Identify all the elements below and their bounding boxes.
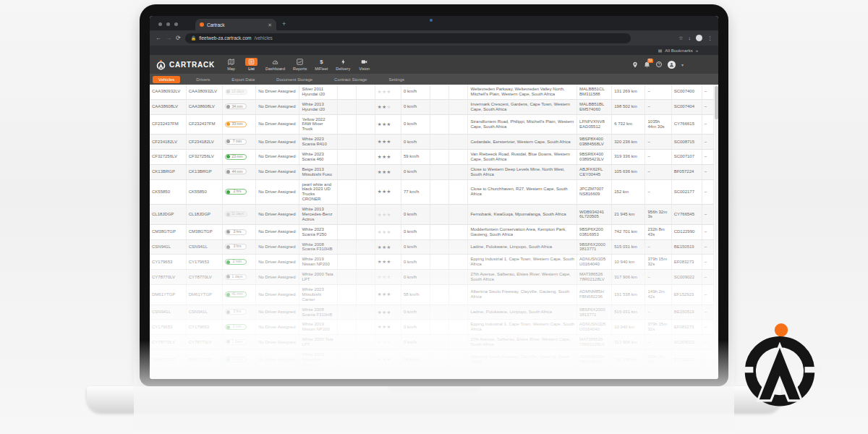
cell-rating[interactable]: ★★★ — [375, 224, 401, 239]
cell-rating[interactable]: ★★★ — [375, 164, 401, 179]
table-row[interactable]: CSN941L CSN941L 3 hrs No Driver Assigned… — [150, 239, 714, 255]
table-row[interactable]: DM61YTGP DM61YTGP 41 min No Driver Assig… — [150, 349, 714, 370]
notifications-bell-icon[interactable]: 51 — [644, 61, 650, 68]
chevron-down-icon[interactable]: ▾ — [681, 62, 684, 67]
status-pill[interactable]: 3 hrs — [225, 244, 247, 250]
status-pill[interactable]: 2 hrs — [225, 189, 247, 195]
new-tab-button[interactable]: + — [282, 21, 286, 27]
table-row[interactable]: CY78770LV CY78770LV 1 days No Driver Ass… — [150, 335, 714, 350]
table-row[interactable]: CAA38608LV CAA38608LV 34 min No Driver A… — [150, 99, 714, 114]
window-minimize-icon[interactable] — [166, 22, 170, 26]
bookmark-star-icon[interactable]: ☆ — [678, 35, 683, 41]
nav-item-reports[interactable]: Reports — [293, 58, 307, 71]
cell-vehicle-description: White 2019 Nissan NP200 — [299, 320, 337, 335]
status-pill[interactable]: 3 hrs — [225, 309, 247, 315]
table-row[interactable]: CF232437FM CF232437FM 33 min No Driver A… — [150, 114, 714, 135]
status-pill[interactable]: 13 days — [225, 89, 248, 95]
table-scrollbar[interactable] — [715, 85, 718, 379]
status-dot-icon — [226, 310, 230, 314]
cell-serial: BF057224 — [671, 164, 702, 179]
window-controls[interactable] — [158, 22, 178, 26]
scrollbar-thumb[interactable] — [715, 86, 718, 119]
help-icon[interactable]: ? — [656, 61, 662, 67]
subnav-item-contract-storage[interactable]: Contract Storage — [328, 76, 373, 83]
forward-icon[interactable]: → — [166, 35, 171, 41]
cell-serial: EF083273 — [671, 320, 702, 335]
status-pill[interactable]: 1 days — [225, 339, 247, 345]
cell-serial: BE150519 — [671, 239, 702, 255]
location-pin-icon[interactable] — [632, 61, 638, 68]
nav-item-delivery[interactable]: Delivery — [336, 58, 350, 71]
cell-rating[interactable]: ★★★ — [375, 239, 401, 255]
cell-rating[interactable]: ★★★ — [375, 305, 401, 320]
url-bar[interactable]: 🔒 fleetweb-za.cartrack.com/vehicles — [185, 33, 631, 43]
star-icon: ★ — [387, 89, 391, 94]
nav-item-dashboard[interactable]: Dashboard — [265, 58, 285, 71]
nav-item-mifleet[interactable]: $ MiFleet — [315, 58, 328, 71]
window-maximize-icon[interactable] — [174, 22, 178, 26]
cell-rating[interactable]: ★★★ — [375, 349, 401, 370]
cell-speed: 58 km/h — [401, 349, 430, 370]
status-pill[interactable]: 23 min — [225, 154, 247, 160]
refresh-icon[interactable]: ⟳ — [176, 35, 181, 41]
status-pill[interactable]: 11 days — [225, 211, 247, 217]
table-row[interactable]: CK55850 CK55850 2 hrs No Driver Assigned… — [150, 179, 714, 205]
window-close-icon[interactable] — [158, 22, 162, 26]
table-row[interactable]: CY78770LV CY78770LV 1 days No Driver Ass… — [150, 270, 714, 285]
table-row[interactable]: CL18JDGP CL18JDGP 11 days No Driver Assi… — [150, 205, 714, 225]
table-row[interactable]: DM61YTGP DM61YTGP 41 min No Driver Assig… — [150, 284, 714, 305]
table-row[interactable]: CF327256LV CF327256LV 23 min No Driver A… — [150, 150, 714, 165]
status-pill[interactable]: 7 min — [225, 139, 247, 145]
cell-location: Albertina Sisulu Freeway, Clayville, Gau… — [468, 284, 577, 305]
browser-profile-avatar[interactable] — [696, 35, 702, 41]
status-pill[interactable]: 1 days — [225, 274, 247, 280]
cell-rating[interactable]: ★★★ — [375, 335, 401, 350]
status-pill[interactable]: 44 min — [225, 169, 247, 174]
cell-rating[interactable]: ★★★ — [375, 205, 401, 225]
table-row[interactable]: CY179653 CY179653 2 min No Driver Assign… — [150, 255, 714, 270]
subnav-item-export-data[interactable]: Export Data — [226, 76, 260, 83]
table-row[interactable]: CK13BRGP CK13BRGP 44 min No Driver Assig… — [150, 164, 714, 179]
nav-item-map[interactable]: Map — [225, 58, 237, 71]
browser-menu-icon[interactable]: ⋮ — [707, 35, 712, 41]
status-pill[interactable]: 41 min — [225, 292, 247, 297]
cartrack-brand[interactable]: CARTRACK — [156, 59, 215, 70]
tab-close-icon[interactable]: ✕ — [268, 22, 272, 27]
subnav-item-drivers[interactable]: Drivers — [190, 76, 216, 83]
table-row[interactable]: CAA380932LV CAA380932LV 13 days No Drive… — [150, 85, 714, 99]
status-pill[interactable]: 33 min — [225, 122, 247, 127]
table-row[interactable]: CM38GTGP CM38GTGP 3 hrs No Driver Assign… — [150, 224, 714, 239]
status-pill[interactable]: 34 min — [225, 103, 247, 109]
cell-rating[interactable]: ★★★ — [375, 255, 401, 270]
cell-rating[interactable]: ★★★ — [375, 284, 401, 305]
cell-rating[interactable]: ★★★ — [375, 99, 401, 114]
status-pill[interactable]: 3 hrs — [225, 229, 247, 235]
status-pill[interactable]: 2 min — [225, 259, 247, 265]
cell-rating[interactable]: ★★★ — [375, 135, 401, 150]
browser-tab[interactable]: Cartrack ✕ — [195, 19, 276, 30]
back-icon[interactable]: ← — [156, 35, 161, 41]
bookmarks-chevron-icon[interactable]: » — [696, 48, 698, 53]
table-row[interactable]: CSN941L CSN941L 3 hrs No Driver Assigned… — [150, 305, 714, 320]
nav-item-list[interactable]: List — [245, 58, 258, 71]
table-row[interactable]: CY179653 CY179653 2 min No Driver Assign… — [150, 320, 714, 335]
table-row[interactable]: CF234182LV CF234182LV 7 min No Driver As… — [150, 135, 714, 150]
download-icon[interactable]: ↓ — [689, 35, 692, 41]
star-icon: ★ — [387, 274, 391, 279]
cell-rating[interactable]: ★★★ — [375, 270, 401, 285]
star-icon: ★ — [387, 104, 391, 109]
cell-driver: No Driver Assigned — [256, 205, 299, 225]
subnav-item-vehicles[interactable]: Vehicles — [153, 76, 180, 83]
all-bookmarks-label[interactable]: All Bookmarks — [665, 48, 692, 53]
nav-item-vision[interactable]: Vision — [358, 58, 370, 71]
cell-rating[interactable]: ★★★ — [375, 114, 401, 135]
status-pill[interactable]: 41 min — [225, 357, 247, 362]
subnav-item-document-storage[interactable]: Document Storage — [271, 76, 318, 83]
cell-rating[interactable]: ★★★ — [375, 179, 401, 205]
user-avatar[interactable] — [668, 61, 676, 69]
subnav-item-settings[interactable]: Settings — [383, 76, 410, 83]
cell-rating[interactable]: ★★★ — [375, 150, 401, 165]
status-pill[interactable]: 2 min — [225, 324, 247, 330]
cell-rating[interactable]: ★★★ — [375, 85, 401, 99]
cell-rating[interactable]: ★★★ — [375, 320, 401, 335]
